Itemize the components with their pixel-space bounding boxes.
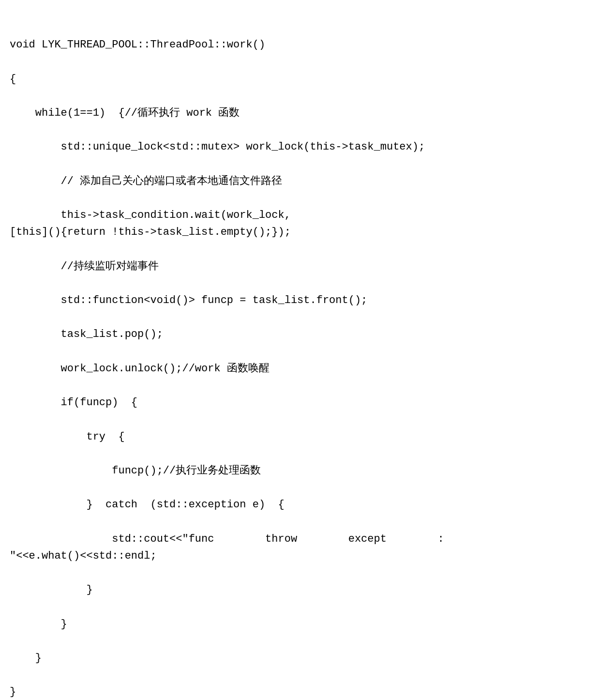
code-line: work_lock.unlock();//work 函数唤醒 [10, 360, 590, 377]
code-line [10, 156, 590, 173]
code-line [10, 377, 590, 394]
code-line [10, 633, 590, 650]
code-line: [this](){return !this->task_list.empty()… [10, 224, 590, 241]
code-line [10, 309, 590, 326]
code-line: if(funcp) { [10, 394, 590, 411]
code-line: } [10, 616, 590, 633]
code-line: std::unique_lock<std::mutex> work_lock(t… [10, 138, 590, 155]
code-line: std::cout<<"func throw except : [10, 531, 590, 548]
code-block: void LYK_THREAD_POOL::ThreadPool::work()… [10, 15, 590, 700]
code-line [10, 241, 590, 258]
code-line [10, 445, 590, 462]
code-line: } catch (std::exception e) { [10, 496, 590, 513]
code-line: // 添加自己关心的端口或者本地通信文件路径 [10, 173, 590, 190]
code-line: funcp();//执行业务处理函数 [10, 462, 590, 479]
code-line: } [10, 581, 590, 598]
code-line: while(1==1) {//循环执行 work 函数 [10, 105, 590, 122]
code-line [10, 564, 590, 581]
code-line [10, 343, 590, 360]
code-line: } [10, 650, 590, 667]
code-line [10, 122, 590, 138]
code-line [10, 275, 590, 292]
code-line [10, 479, 590, 496]
code-line: this->task_condition.wait(work_lock, [10, 207, 590, 224]
code-line [10, 88, 590, 105]
code-line [10, 190, 590, 207]
code-line: void LYK_THREAD_POOL::ThreadPool::work() [10, 36, 590, 53]
code-line: try { [10, 428, 590, 445]
code-line: { [10, 71, 590, 88]
code-line [10, 53, 590, 70]
code-line: task_list.pop(); [10, 326, 590, 343]
code-line [10, 667, 590, 684]
code-line: } [10, 684, 590, 700]
code-line [10, 513, 590, 530]
code-line: std::function<void()> funcp = task_list.… [10, 292, 590, 309]
code-line [10, 598, 590, 615]
code-line [10, 411, 590, 428]
code-line: "<<e.what()<<std::endl; [10, 548, 590, 564]
code-line: //持续监听对端事件 [10, 258, 590, 275]
